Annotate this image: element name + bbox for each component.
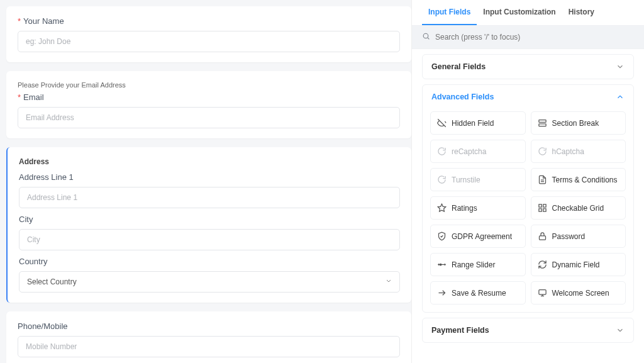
recaptcha-icon — [437, 175, 447, 184]
chevron-down-icon — [616, 62, 625, 71]
search-input[interactable] — [435, 33, 634, 42]
group-general-head[interactable]: General Fields — [423, 55, 633, 79]
search-icon — [422, 32, 430, 42]
field-card-label: Dynamic Field — [552, 260, 600, 269]
section-icon — [538, 118, 547, 128]
field-card-label: Terms & Conditions — [552, 176, 618, 184]
field-card-recaptcha: reCaptcha — [430, 140, 526, 163]
grid-icon — [538, 203, 547, 213]
screen-icon — [538, 288, 547, 298]
group-advanced-head[interactable]: Advanced Fields — [423, 85, 633, 109]
svg-rect-9 — [543, 204, 545, 207]
form-canvas: *Your Name Please Provide your Email Add… — [0, 0, 411, 363]
phone-label: Phone/Mobile — [18, 321, 400, 331]
lock-icon — [538, 232, 547, 241]
field-card-label: Turnstile — [452, 176, 480, 184]
field-card-label: Checkable Grid — [552, 204, 604, 213]
svg-rect-16 — [538, 290, 545, 295]
refresh-icon — [538, 260, 547, 269]
email-input[interactable] — [18, 107, 400, 128]
field-card-password[interactable]: Password — [531, 225, 626, 248]
address-country-label: Country — [19, 257, 400, 266]
svg-rect-8 — [538, 204, 541, 207]
field-card-save-resume[interactable]: Save & Resume — [430, 281, 526, 304]
address-title: Address — [19, 157, 400, 166]
svg-point-14 — [440, 264, 441, 265]
svg-rect-4 — [538, 124, 545, 126]
tab-input-customization[interactable]: Input Customization — [477, 0, 562, 25]
svg-marker-7 — [438, 204, 446, 211]
address-country-select[interactable]: Select Country — [19, 271, 400, 293]
chevron-down-icon — [616, 326, 625, 335]
email-label: *Email — [18, 92, 400, 102]
field-card-welcome-screen[interactable]: Welcome Screen — [531, 281, 626, 304]
field-card-label: Hidden Field — [452, 119, 494, 128]
sidebar-body: General Fields Advanced Fields Hidden Fi… — [412, 49, 644, 363]
field-card-gdpr-agreement[interactable]: GDPR Agreement — [430, 225, 526, 248]
eye-off-icon — [437, 118, 447, 128]
doc-icon — [538, 175, 547, 184]
group-advanced: Advanced Fields Hidden FieldSection Brea… — [422, 84, 634, 313]
group-advanced-title: Advanced Fields — [431, 92, 494, 101]
arrow-icon — [437, 288, 447, 298]
svg-line-1 — [428, 38, 429, 39]
svg-rect-12 — [539, 236, 545, 240]
field-card-label: reCaptcha — [452, 147, 486, 156]
field-card-terms-conditions[interactable]: Terms & Conditions — [531, 168, 626, 191]
field-card-turnstile: Turnstile — [430, 168, 526, 191]
field-card-dynamic-field[interactable]: Dynamic Field — [531, 253, 626, 276]
recaptcha-icon — [538, 147, 547, 156]
phone-input[interactable] — [18, 336, 400, 357]
field-card-label: Welcome Screen — [552, 289, 609, 298]
group-payment: Payment Fields — [422, 318, 634, 343]
tab-history[interactable]: History — [562, 0, 601, 25]
chevron-up-icon — [616, 92, 625, 101]
sidebar-tabs: Input Fields Input Customization History — [412, 0, 644, 26]
field-card-section-break[interactable]: Section Break — [531, 111, 626, 135]
field-card-label: GDPR Agreement — [452, 232, 512, 241]
field-card-checkable-grid[interactable]: Checkable Grid — [531, 196, 626, 220]
field-card-label: Password — [552, 232, 586, 241]
field-block-email[interactable]: Please Provide your Email Address *Email — [6, 71, 411, 138]
svg-rect-3 — [538, 120, 545, 123]
field-block-name[interactable]: *Your Name — [6, 6, 411, 62]
sidebar: Input Fields Input Customization History… — [411, 0, 644, 363]
svg-point-0 — [423, 33, 428, 38]
field-card-hcaptcha: hCaptcha — [531, 140, 626, 163]
field-block-address[interactable]: Address Address Line 1 City Country Sele… — [6, 147, 411, 303]
search-bar[interactable] — [412, 26, 644, 49]
field-block-phone[interactable]: Phone/Mobile — [6, 311, 411, 363]
field-card-range-slider[interactable]: Range Slider — [430, 253, 526, 276]
advanced-field-grid: Hidden FieldSection BreakreCaptchahCaptc… — [423, 109, 633, 312]
group-general: General Fields — [422, 54, 634, 79]
address-city-input[interactable] — [19, 229, 400, 250]
recaptcha-icon — [437, 147, 447, 156]
address-city-label: City — [19, 215, 400, 224]
name-label: *Your Name — [18, 16, 400, 26]
shield-icon — [437, 232, 447, 241]
group-general-title: General Fields — [431, 62, 486, 71]
slider-icon — [437, 260, 447, 269]
field-card-label: Ratings — [452, 204, 477, 213]
group-payment-head[interactable]: Payment Fields — [423, 318, 633, 342]
star-icon — [437, 203, 447, 213]
field-card-hidden-field[interactable]: Hidden Field — [430, 111, 526, 135]
email-help: Please Provide your Email Address — [18, 81, 400, 89]
address-line1-input[interactable] — [19, 187, 400, 208]
tab-input-fields[interactable]: Input Fields — [422, 0, 477, 25]
svg-rect-10 — [538, 209, 541, 211]
address-line1-label: Address Line 1 — [19, 172, 400, 182]
field-card-label: hCaptcha — [552, 147, 584, 156]
name-input[interactable] — [18, 31, 400, 52]
field-card-label: Range Slider — [452, 260, 495, 269]
svg-rect-11 — [543, 209, 545, 211]
field-card-label: Section Break — [552, 119, 599, 128]
field-card-label: Save & Resume — [452, 289, 506, 298]
field-card-ratings[interactable]: Ratings — [430, 196, 526, 220]
group-payment-title: Payment Fields — [431, 326, 489, 335]
